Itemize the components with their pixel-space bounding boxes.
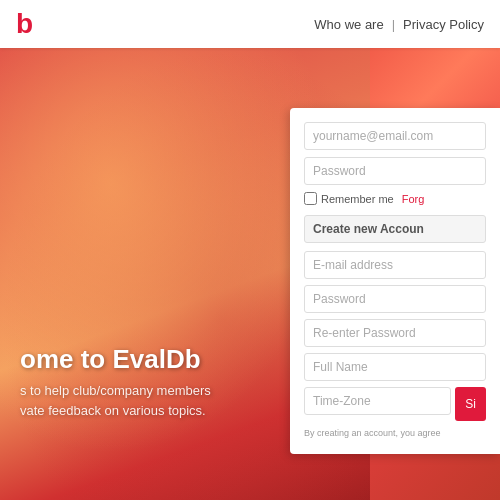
timezone-row: Si: [304, 387, 486, 421]
header: b Who we are | Privacy Policy: [0, 0, 500, 48]
register-password-input[interactable]: [304, 285, 486, 313]
login-email-input[interactable]: [304, 122, 486, 150]
remember-row: Remember me Forg: [304, 192, 486, 205]
remember-me-label: Remember me: [321, 193, 394, 205]
hero-text: ome to EvalDb s to help club/company mem…: [20, 344, 211, 420]
hero-section: ome to EvalDb s to help club/company mem…: [0, 48, 500, 500]
forgot-password-link[interactable]: Forg: [402, 193, 425, 205]
login-section: Remember me Forg: [304, 122, 486, 205]
register-email-input[interactable]: [304, 251, 486, 279]
signup-button[interactable]: Si: [455, 387, 486, 421]
register-timezone-input[interactable]: [304, 387, 451, 415]
login-password-input[interactable]: [304, 157, 486, 185]
register-section: Si By creating an account, you agree: [304, 251, 486, 440]
register-reenter-input[interactable]: [304, 319, 486, 347]
nav-separator: |: [392, 17, 395, 32]
register-fullname-input[interactable]: [304, 353, 486, 381]
nav: Who we are | Privacy Policy: [314, 17, 484, 32]
terms-text: By creating an account, you agree: [304, 427, 486, 440]
auth-panel: Remember me Forg Create new Accoun Si By…: [290, 108, 500, 454]
logo: b: [16, 8, 33, 40]
who-we-are-link[interactable]: Who we are: [314, 17, 383, 32]
privacy-policy-link[interactable]: Privacy Policy: [403, 17, 484, 32]
remember-me-checkbox[interactable]: [304, 192, 317, 205]
create-account-header: Create new Accoun: [304, 215, 486, 243]
hero-title: ome to EvalDb: [20, 344, 211, 375]
hero-subtitle: s to help club/company members vate feed…: [20, 381, 211, 420]
